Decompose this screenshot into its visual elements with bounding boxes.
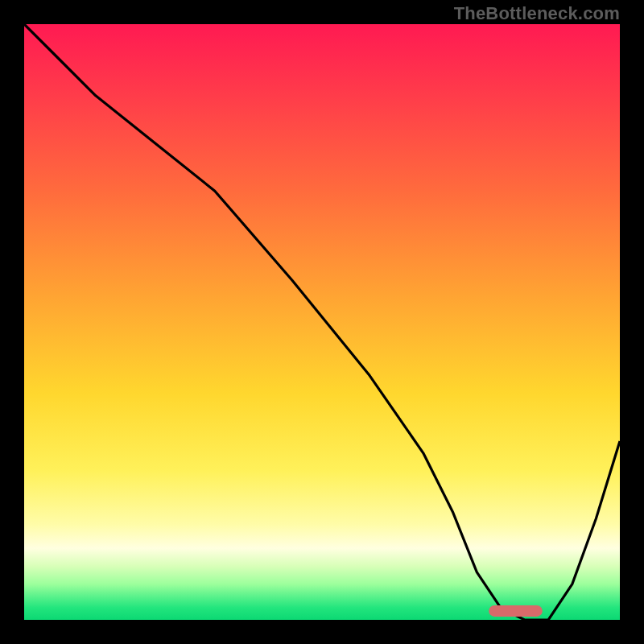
plot-area [24, 24, 620, 620]
watermark-text: TheBottleneck.com [454, 3, 620, 24]
curve-overlay [24, 24, 620, 620]
optimal-marker [489, 605, 543, 617]
bottleneck-curve [24, 24, 620, 620]
chart-frame: TheBottleneck.com [0, 0, 644, 644]
